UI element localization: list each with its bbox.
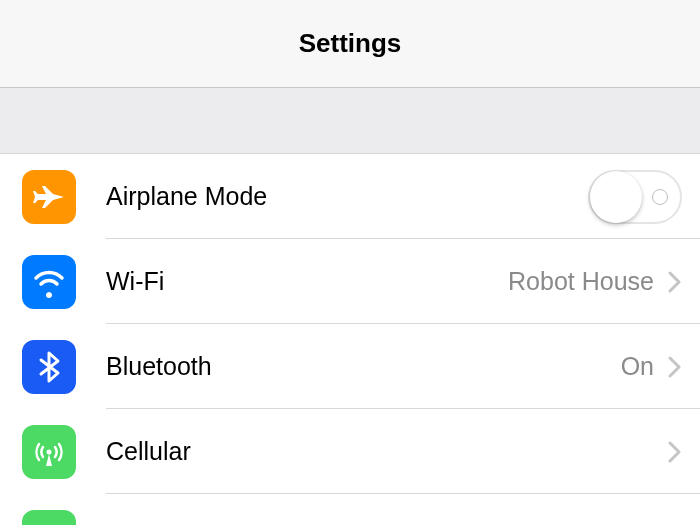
row-value: On — [621, 352, 654, 381]
wifi-icon — [22, 255, 76, 309]
settings-list: Airplane Mode Wi-Fi Robot House B — [0, 154, 700, 525]
row-label: Wi-Fi — [106, 267, 508, 296]
chevron-right-icon — [668, 271, 682, 293]
row-value: Robot House — [508, 267, 654, 296]
chevron-right-icon — [668, 441, 682, 463]
row-airplane-mode[interactable]: Airplane Mode — [0, 154, 700, 239]
row-cellular[interactable]: Cellular — [0, 409, 700, 494]
cellular-icon — [22, 425, 76, 479]
page-title: Settings — [299, 28, 402, 59]
toggle-knob — [590, 171, 642, 223]
svg-point-0 — [47, 449, 52, 454]
section-spacer — [0, 88, 700, 154]
row-label: Cellular — [106, 437, 654, 466]
row-label: Bluetooth — [106, 352, 621, 381]
toggle-off-indicator — [652, 189, 668, 205]
airplane-icon — [22, 170, 76, 224]
chevron-right-icon — [668, 356, 682, 378]
row-bluetooth[interactable]: Bluetooth On — [0, 324, 700, 409]
hotspot-icon — [22, 510, 76, 526]
row-personal-hotspot[interactable]: Personal Hotspot Off — [0, 494, 700, 525]
row-wifi[interactable]: Wi-Fi Robot House — [0, 239, 700, 324]
row-label: Airplane Mode — [106, 182, 588, 211]
header: Settings — [0, 0, 700, 88]
bluetooth-icon — [22, 340, 76, 394]
airplane-toggle[interactable] — [588, 170, 682, 224]
